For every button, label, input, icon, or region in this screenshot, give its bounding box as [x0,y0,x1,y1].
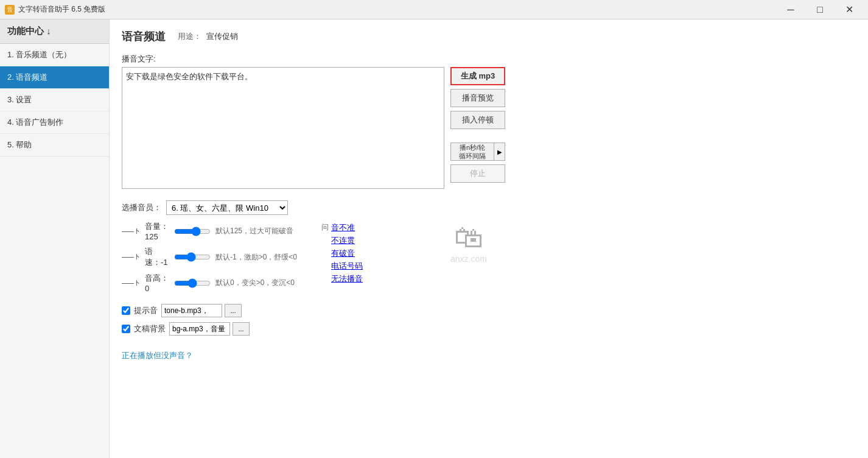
link-cannot-play[interactable]: 无法播音 [331,273,363,284]
app-body: 功能中心 ↓ 1. 音乐频道（无） 2. 语音频道 3. 设置 4. 语音广告制… [0,19,868,458]
sidebar: 功能中心 ↓ 1. 音乐频道（无） 2. 语音频道 3. 设置 4. 语音广告制… [0,19,110,458]
col-controls: ——卜 音量：125 默认125，过大可能破音 ——卜 语速：-1 默认-1，激… [122,221,297,338]
stop-button[interactable]: 停止 [450,164,505,183]
volume-slider[interactable] [174,227,211,236]
generate-mp3-button[interactable]: 生成 mp3 [450,67,505,85]
page-header: 语音频道 用途： 宣传促销 [122,29,856,44]
page-subtitle: 用途： 宣传促销 [178,31,238,42]
pitch-label: 音高：0 [145,273,169,293]
voice-label: 选播音员： [122,202,161,213]
usage-value: 宣传促销 [206,31,238,42]
speed-icon: ——卜 [122,253,140,261]
pitch-desc: 默认0，变尖>0，变沉<0 [215,278,295,288]
tone-checkbox[interactable] [122,306,130,315]
title-bar-controls: ─ □ ✕ [777,2,863,17]
speed-row: ——卜 语速：-1 默认-1，激励>0，舒缓<0 [122,246,297,268]
insert-pause-button[interactable]: 插入停顿 [450,111,505,129]
bottom-controls: 选播音员： 6. 瑶、女、六星、限 Win10 ——卜 音量：125 默认125… [122,200,856,338]
no-sound-link[interactable]: 正在播放但没声音？ [122,351,193,360]
sidebar-header: 功能中心 ↓ [0,19,109,44]
speed-desc: 默认-1，激励>0，舒缓<0 [215,252,297,262]
content-section: 安下载是绿色安全的软件下载平台。 生成 mp3 播音预览 插入停顿 播n秒/轮循… [122,67,856,191]
volume-desc: 默认125，过大可能破音 [215,226,293,236]
volume-icon: ——卜 [122,227,140,236]
textarea-wrapper: 安下载是绿色安全的软件下载平台。 [122,67,444,191]
play-n-seconds-arrow[interactable]: ▶ [494,143,505,161]
right-panel: 生成 mp3 播音预览 插入停顿 播n秒/轮循环间隔 ▶ 停止 [444,67,511,191]
bottom-link-section: 正在播放但没声音？ [122,350,856,361]
tone-checkbox-row: 提示音 ... [122,304,297,317]
pitch-row: ——卜 音高：0 默认0，变尖>0，变沉<0 [122,273,297,293]
tone-file-row: ... [161,304,242,317]
pitch-icon: ——卜 [122,279,140,287]
app-title: 文字转语音助手 6.5 免费版 [18,4,105,15]
sidebar-item-settings[interactable]: 3. 设置 [0,89,109,111]
bg-checkbox[interactable] [122,325,130,333]
bg-file-button[interactable]: ... [233,322,250,336]
tone-file-input[interactable] [161,304,222,317]
two-col-bottom: ——卜 音量：125 默认125，过大可能破音 ——卜 语速：-1 默认-1，激… [122,221,856,338]
main-content: 语音频道 用途： 宣传促销 播音文字: 安下载是绿色安全的软件下载平台。 生成 … [110,19,868,458]
tone-file-button[interactable]: ... [225,304,242,317]
bg-checkbox-row: 文稿背景 ... [122,322,297,336]
tone-checkbox-label: 提示音 [134,305,158,316]
sidebar-item-help[interactable]: 5. 帮助 [0,134,109,157]
volume-label: 音量：125 [145,221,169,241]
voice-selector-row: 选播音员： 6. 瑶、女、六星、限 Win10 [122,200,856,215]
question-label: 问 [321,222,329,233]
volume-row: ——卜 音量：125 默认125，过大可能破音 [122,221,297,241]
bg-checkbox-label: 文稿背景 [134,323,166,334]
title-bar-left: 音 文字转语音助手 6.5 免费版 [5,4,105,15]
speed-slider[interactable] [174,252,211,262]
broadcast-preview-button[interactable]: 播音预览 [450,89,505,107]
sidebar-item-voice-channel[interactable]: 2. 语音频道 [0,66,109,89]
play-n-seconds-label: 播n秒/轮循环间隔 [450,143,494,161]
bg-file-input[interactable] [169,322,230,336]
link-not-continuous[interactable]: 不连贯 [331,235,363,246]
col-links: 问 音不准 不连贯 有破音 电话号码 无法播音 [321,222,363,338]
sidebar-item-music-channel[interactable]: 1. 音乐频道（无） [0,44,109,66]
pitch-slider[interactable] [174,278,211,288]
play-n-seconds-button[interactable]: 播n秒/轮循环间隔 ▶ [450,143,505,161]
broadcast-label: 播音文字: [122,54,856,65]
close-button[interactable]: ✕ [835,2,863,17]
link-phone-number[interactable]: 电话号码 [331,261,363,272]
page-title: 语音频道 [122,29,166,44]
minimize-button[interactable]: ─ [777,2,805,17]
voice-select[interactable]: 6. 瑶、女、六星、限 Win10 [166,200,288,215]
speed-label: 语速：-1 [145,246,169,268]
sidebar-header-label: 功能中心 ↓ [7,26,51,37]
sidebar-item-voice-ad[interactable]: 4. 语音广告制作 [0,111,109,134]
bg-file-row: ... [169,322,250,336]
link-distortion[interactable]: 有破音 [331,248,363,259]
broadcast-textarea[interactable]: 安下载是绿色安全的软件下载平台。 [122,67,444,189]
link-sound-wrong[interactable]: 音不准 [331,222,363,233]
maximize-button[interactable]: □ [806,2,834,17]
usage-label: 用途： [178,31,201,42]
title-bar: 音 文字转语音助手 6.5 免费版 ─ □ ✕ [0,0,868,19]
app-icon: 音 [5,5,15,15]
links-container: 音不准 不连贯 有破音 电话号码 无法播音 [331,222,363,284]
